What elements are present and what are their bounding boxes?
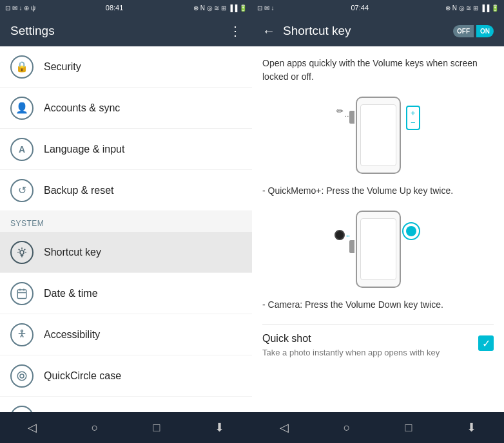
phone-screen-camera — [360, 218, 396, 280]
security-icon: 🔒 — [10, 55, 34, 79]
phone-screen-quickmemo — [360, 104, 396, 166]
language-label: Language & input — [44, 144, 124, 155]
toolbar-left: Settings ⋮ — [0, 15, 252, 46]
backup-icon: ↺ — [10, 179, 34, 202]
quick-shot-checkbox[interactable]: ✓ — [478, 335, 494, 351]
toggle-on-label: ON — [476, 25, 494, 37]
toggle-off-label: OFF — [453, 25, 474, 37]
home-button-right[interactable]: ○ — [331, 416, 363, 440]
quick-shot-title: Quick shot — [262, 333, 473, 344]
sidebar-item-date-time[interactable]: Date & time — [0, 273, 252, 314]
quickcircle-icon — [10, 364, 34, 388]
camera-icon — [402, 222, 420, 240]
accounts-icon: 👤 — [10, 97, 34, 120]
down-button-right[interactable]: ⬇ — [454, 415, 489, 440]
phone-outline-quickmemo — [356, 97, 401, 174]
left-panel: ⊡ ✉ ↓ ⊕ ψ 08:41 ⊗ N ◎ ≋ ⊞ ▐▐ 🔋 Settings … — [0, 0, 252, 443]
phone-outline-camera — [356, 211, 401, 288]
nav-bar-right: ◁ ○ □ ⬇ — [252, 412, 504, 443]
status-bar-right: ⊡ ✉ ↓ 07:44 ⊗ N ◎ ≋ ⊞ ▐▐ 🔋 — [252, 0, 504, 15]
sidebar-item-quickcircle[interactable]: QuickCircle case — [0, 355, 252, 397]
volume-up-button — [349, 111, 354, 124]
developer-icon: {} — [10, 406, 34, 413]
language-icon: A — [10, 138, 34, 161]
recent-button-left[interactable]: □ — [141, 416, 173, 440]
sidebar-item-shortcut-key[interactable]: Shortcut key — [0, 232, 252, 273]
status-icons-right: ⊡ ✉ ↓ — [257, 5, 275, 12]
camera-label: - Camera: Press the Volume Down key twic… — [262, 298, 494, 312]
home-button-left[interactable]: ○ — [79, 416, 111, 440]
camera-diagram: ··· — [262, 211, 494, 288]
time-left: 08:41 — [106, 4, 124, 12]
datetime-label: Date & time — [44, 288, 98, 299]
sidebar-item-accessibility[interactable]: Accessibility — [0, 314, 252, 355]
camera-dot — [334, 230, 345, 240]
quickmemo-diagram: ✏ ··· + − — [262, 97, 494, 174]
plus-minus-icon: + − — [406, 106, 420, 130]
svg-point-7 — [20, 374, 24, 378]
menu-button[interactable]: ⋮ — [229, 23, 242, 39]
system-section-header: SYSTEM — [0, 211, 252, 232]
notification-icons-left: ⊡ ✉ ↓ ⊕ ψ — [5, 5, 35, 12]
settings-title: Settings — [10, 24, 55, 38]
settings-list: 🔒 Security 👤 Accounts & sync A Language … — [0, 46, 252, 412]
accounts-label: Accounts & sync — [44, 102, 120, 114]
sidebar-item-backup[interactable]: ↺ Backup & reset — [0, 170, 252, 211]
status-icons-right-left: ⊗ N ◎ ≋ ⊞ ▐▐ 🔋 — [193, 5, 247, 12]
sys-icons-right: ⊗ N ◎ ≋ ⊞ ▐▐ 🔋 — [445, 5, 499, 12]
svg-point-0 — [20, 250, 24, 254]
backup-label: Backup & reset — [44, 185, 114, 196]
shortcut-key-title: Shortcut key — [283, 24, 445, 38]
quick-shot-text: Quick shot Take a photo instantly when a… — [262, 333, 473, 359]
quickcircle-label: QuickCircle case — [44, 370, 121, 382]
time-right: 07:44 — [351, 4, 369, 12]
shortcut-description: Open apps quickly with the Volume keys w… — [262, 57, 494, 84]
back-button-left[interactable]: ◁ — [15, 415, 50, 440]
svg-point-5 — [21, 330, 23, 332]
checkmark-icon: ✓ — [482, 337, 490, 350]
notification-icons-right: ⊡ ✉ ↓ — [257, 5, 275, 12]
security-label: Security — [44, 61, 81, 73]
sidebar-item-language[interactable]: A Language & input — [0, 129, 252, 170]
toolbar-right: ← Shortcut key OFF ON — [252, 15, 504, 46]
camera-arrow: ··· — [346, 231, 349, 240]
down-button-left[interactable]: ⬇ — [202, 415, 237, 440]
accessibility-icon — [10, 323, 34, 346]
recent-button-right[interactable]: □ — [393, 416, 425, 440]
volume-down-button — [349, 240, 354, 253]
quick-shot-section: Quick shot Take a photo instantly when a… — [262, 325, 494, 359]
svg-rect-1 — [17, 290, 26, 299]
svg-point-6 — [17, 372, 26, 381]
status-icons-left: ⊡ ✉ ↓ ⊕ ψ — [5, 5, 35, 12]
quick-shot-description: Take a photo instantly when app opens wi… — [262, 347, 473, 359]
right-panel: ⊡ ✉ ↓ 07:44 ⊗ N ◎ ≋ ⊞ ▐▐ 🔋 ← Shortcut ke… — [252, 0, 504, 443]
status-bar-left: ⊡ ✉ ↓ ⊕ ψ 08:41 ⊗ N ◎ ≋ ⊞ ▐▐ 🔋 — [0, 0, 252, 15]
accessibility-label: Accessibility — [44, 329, 100, 341]
sidebar-item-developer[interactable]: {} Developer options — [0, 397, 252, 412]
system-icons-left: ⊗ N ◎ ≋ ⊞ ▐▐ 🔋 — [193, 5, 247, 12]
sidebar-item-accounts-sync[interactable]: 👤 Accounts & sync — [0, 88, 252, 129]
pencil-icon: ✏ — [336, 106, 344, 116]
toggle-switch[interactable]: OFF ON — [453, 25, 494, 37]
sidebar-item-security[interactable]: 🔒 Security — [0, 46, 252, 88]
shortcut-icon — [10, 241, 34, 264]
datetime-icon — [10, 282, 34, 305]
system-icons-right: ⊗ N ◎ ≋ ⊞ ▐▐ 🔋 — [445, 5, 499, 12]
back-button-right[interactable]: ← — [262, 24, 275, 39]
nav-bar-left: ◁ ○ □ ⬇ — [0, 412, 252, 443]
quickmemo-label: - QuickMemo+: Press the Volume Up key tw… — [262, 184, 494, 198]
back-button-right-nav[interactable]: ◁ — [267, 415, 302, 440]
shortcut-label-left: Shortcut key — [44, 247, 101, 258]
shortcut-content: Open apps quickly with the Volume keys w… — [252, 46, 504, 412]
camera-lens — [406, 226, 416, 236]
